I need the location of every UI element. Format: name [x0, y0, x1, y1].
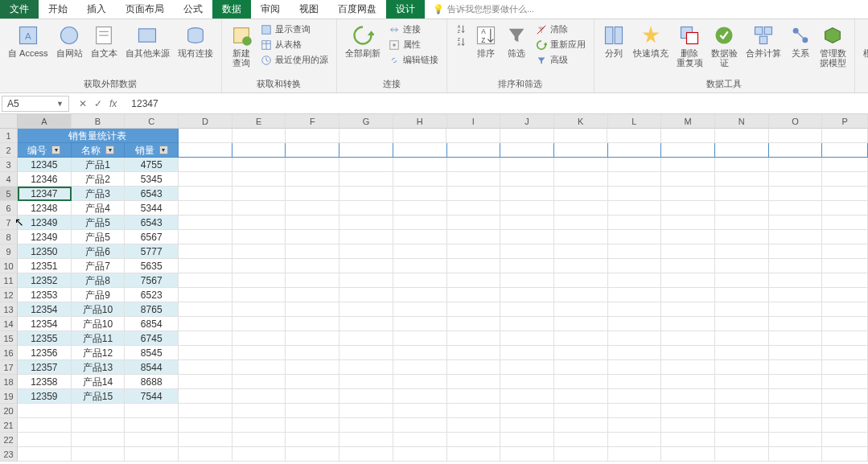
- cell[interactable]: [232, 273, 286, 288]
- table-header[interactable]: 编号▾: [18, 143, 72, 158]
- cell[interactable]: [822, 230, 868, 244]
- cell[interactable]: [500, 331, 554, 346]
- cell[interactable]: [125, 404, 179, 418]
- cell[interactable]: [769, 187, 823, 201]
- cell[interactable]: [500, 360, 554, 375]
- cell[interactable]: [500, 302, 554, 317]
- col-header-I[interactable]: I: [447, 114, 501, 129]
- cell[interactable]: [661, 418, 715, 433]
- filter-dropdown-icon[interactable]: ▾: [159, 146, 168, 154]
- tab-layout[interactable]: 页面布局: [116, 0, 174, 18]
- cell[interactable]: 8545: [125, 346, 179, 360]
- cell[interactable]: [554, 302, 608, 317]
- cell[interactable]: [715, 346, 769, 360]
- cell[interactable]: [339, 172, 393, 187]
- cell[interactable]: [179, 404, 232, 418]
- cell[interactable]: 12352: [18, 273, 72, 288]
- cell[interactable]: [232, 317, 286, 331]
- cell[interactable]: [715, 273, 769, 288]
- enter-icon[interactable]: ✓: [94, 98, 102, 109]
- cell[interactable]: [339, 201, 393, 216]
- cell[interactable]: [554, 331, 608, 346]
- cell[interactable]: [393, 259, 447, 273]
- cell[interactable]: [232, 158, 286, 172]
- cell[interactable]: 产品12: [72, 346, 125, 360]
- from-other-button[interactable]: 自其他来源: [122, 23, 173, 60]
- cell[interactable]: [286, 331, 339, 346]
- row-header[interactable]: 5: [0, 187, 18, 201]
- cell[interactable]: [232, 244, 286, 259]
- cell[interactable]: [822, 158, 868, 172]
- tab-formula[interactable]: 公式: [174, 0, 212, 18]
- cell[interactable]: [554, 346, 608, 360]
- cell[interactable]: [286, 143, 339, 158]
- cell[interactable]: [554, 216, 608, 230]
- row-header[interactable]: 2: [0, 143, 18, 158]
- cell[interactable]: [822, 389, 868, 404]
- cell[interactable]: [661, 404, 715, 418]
- cell[interactable]: [179, 288, 232, 302]
- cell[interactable]: [393, 273, 447, 288]
- cell[interactable]: [500, 317, 554, 331]
- cell[interactable]: [179, 201, 232, 216]
- cell[interactable]: 产品5: [72, 216, 125, 230]
- cell[interactable]: [72, 404, 125, 418]
- cell[interactable]: [608, 418, 662, 433]
- cell[interactable]: [608, 375, 662, 389]
- cell[interactable]: [179, 273, 232, 288]
- cell[interactable]: [769, 346, 823, 360]
- cell[interactable]: [339, 433, 393, 447]
- cell[interactable]: [18, 418, 72, 433]
- cell[interactable]: [822, 418, 868, 433]
- cell[interactable]: 12356: [18, 346, 72, 360]
- cell[interactable]: [822, 360, 868, 375]
- formula-input[interactable]: 12347: [123, 98, 166, 109]
- cell[interactable]: [232, 389, 286, 404]
- cell[interactable]: [554, 447, 608, 462]
- cell[interactable]: [608, 433, 662, 447]
- new-query-button[interactable]: 新建 查询: [227, 23, 256, 69]
- cell[interactable]: [393, 230, 447, 244]
- cell[interactable]: 12354: [18, 317, 72, 331]
- cell[interactable]: [554, 230, 608, 244]
- cell[interactable]: [179, 346, 232, 360]
- cell[interactable]: [339, 404, 393, 418]
- cell[interactable]: [393, 187, 447, 201]
- cell[interactable]: 4755: [125, 158, 179, 172]
- cell[interactable]: [607, 129, 661, 143]
- cell[interactable]: [608, 389, 662, 404]
- row-header[interactable]: 13: [0, 302, 18, 317]
- cell[interactable]: [286, 447, 339, 462]
- filter-button[interactable]: 筛选: [502, 23, 531, 60]
- cell[interactable]: [232, 187, 286, 201]
- cell[interactable]: [822, 259, 868, 273]
- cell[interactable]: [125, 433, 179, 447]
- cell[interactable]: [232, 375, 286, 389]
- cell[interactable]: [339, 143, 393, 158]
- cell[interactable]: [447, 375, 501, 389]
- cell[interactable]: 12354: [18, 302, 72, 317]
- cell[interactable]: 产品7: [72, 259, 125, 273]
- cell[interactable]: [447, 201, 501, 216]
- cell[interactable]: [447, 230, 501, 244]
- sort-za-button[interactable]: ZA: [452, 35, 470, 48]
- cell[interactable]: [608, 331, 662, 346]
- row-header[interactable]: 14: [0, 317, 18, 331]
- cell[interactable]: [393, 158, 447, 172]
- cell[interactable]: 5635: [125, 259, 179, 273]
- cell[interactable]: [554, 259, 608, 273]
- col-header-E[interactable]: E: [232, 114, 286, 129]
- cell[interactable]: [179, 389, 232, 404]
- col-header-M[interactable]: M: [661, 114, 715, 129]
- cell[interactable]: [339, 244, 393, 259]
- cell[interactable]: [608, 302, 662, 317]
- cell[interactable]: [715, 201, 769, 216]
- cell[interactable]: [447, 273, 501, 288]
- cell[interactable]: [232, 404, 286, 418]
- col-header-O[interactable]: O: [769, 114, 823, 129]
- cell[interactable]: [608, 158, 662, 172]
- cell[interactable]: [447, 302, 501, 317]
- row-header[interactable]: 15: [0, 331, 18, 346]
- cell[interactable]: [500, 244, 554, 259]
- cell[interactable]: [500, 216, 554, 230]
